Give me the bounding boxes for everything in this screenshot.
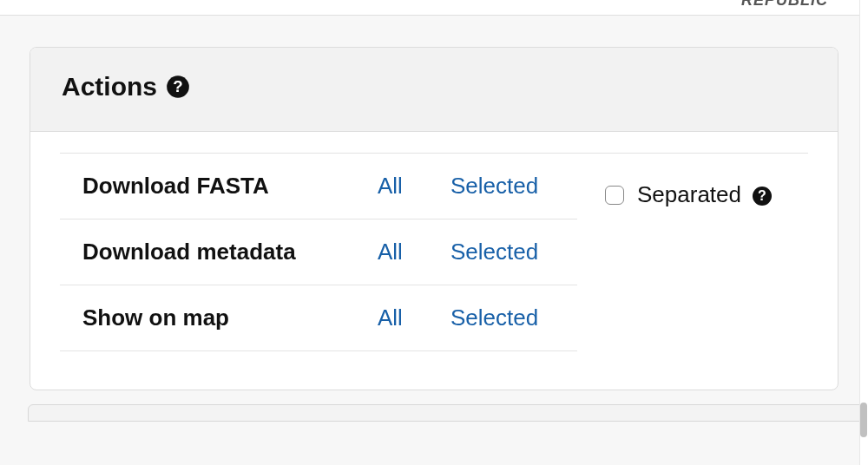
action-label: Show on map — [60, 285, 355, 351]
page-content: Actions ? Download FASTA All Selected Do… — [0, 16, 868, 439]
separated-label: Separated — [637, 181, 741, 208]
top-bar: REPUBLIC — [0, 0, 868, 16]
help-icon[interactable]: ? — [752, 185, 773, 206]
actions-title: Actions ? — [62, 72, 806, 102]
action-row-download-fasta: Download FASTA All Selected — [60, 154, 577, 219]
separated-checkbox[interactable] — [605, 186, 624, 205]
svg-text:?: ? — [173, 77, 182, 95]
actions-table: Download FASTA All Selected Download met… — [60, 153, 577, 351]
download-fasta-all-link[interactable]: All — [378, 173, 403, 199]
action-row-show-on-map: Show on map All Selected — [60, 285, 577, 351]
bottom-panel-edge — [28, 404, 868, 422]
download-metadata-all-link[interactable]: All — [378, 239, 403, 265]
svg-text:?: ? — [758, 188, 766, 203]
vertical-scrollbar[interactable] — [859, 0, 868, 465]
action-label: Download FASTA — [60, 154, 355, 219]
brand-logo-text: REPUBLIC — [741, 0, 828, 10]
actions-card-header: Actions ? — [30, 48, 838, 132]
download-fasta-selected-link[interactable]: Selected — [450, 173, 538, 199]
separated-option: Separated ? — [577, 153, 808, 217]
download-metadata-selected-link[interactable]: Selected — [450, 239, 538, 265]
show-on-map-all-link[interactable]: All — [378, 305, 403, 331]
action-label: Download metadata — [60, 219, 355, 285]
actions-title-text: Actions — [62, 72, 157, 102]
show-on-map-selected-link[interactable]: Selected — [450, 305, 538, 331]
actions-card-body: Download FASTA All Selected Download met… — [30, 132, 838, 390]
action-row-download-metadata: Download metadata All Selected — [60, 219, 577, 285]
actions-card: Actions ? Download FASTA All Selected Do… — [30, 47, 838, 390]
help-icon[interactable]: ? — [166, 75, 190, 99]
